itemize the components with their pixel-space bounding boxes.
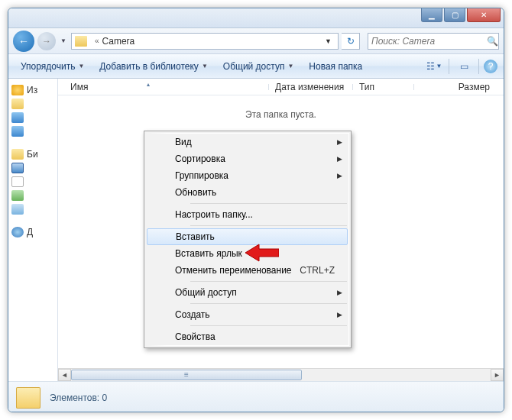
folder-icon [11, 99, 24, 109]
column-headers: Имя▴ Дата изменения Тип Размер [58, 79, 504, 95]
video-icon [11, 163, 24, 173]
desktop-icon [11, 112, 24, 123]
preview-pane-button[interactable]: ▭ [454, 58, 474, 75]
sidebar-item[interactable] [8, 161, 57, 175]
separator [190, 203, 347, 204]
sidebar-item[interactable] [8, 175, 57, 189]
new-folder-button[interactable]: Новая папка [303, 58, 368, 75]
separator [190, 225, 347, 226]
submenu-arrow-icon: ▶ [337, 289, 342, 296]
star-icon [11, 85, 24, 95]
picture-icon [11, 190, 24, 201]
column-size[interactable]: Размер [414, 82, 504, 92]
column-name[interactable]: Имя▴ [64, 82, 269, 92]
chevron-down-icon: ▼ [78, 63, 84, 69]
nav-history-dropdown[interactable]: ▼ [59, 37, 68, 44]
sidebar-item[interactable] [8, 189, 57, 202]
document-icon [11, 176, 24, 187]
address-bar[interactable]: « Camera ▼ [71, 33, 339, 50]
sidebar-item[interactable] [8, 124, 57, 138]
horizontal-scrollbar[interactable]: ◄ ► [58, 368, 504, 381]
scroll-left-button[interactable]: ◄ [58, 369, 71, 381]
sidebar-item[interactable] [8, 202, 57, 216]
separator [190, 303, 347, 304]
ctx-refresh[interactable]: Обновить [146, 184, 348, 201]
ctx-undo-rename[interactable]: Отменить переименованиеCTRL+Z [146, 262, 348, 279]
share-button[interactable]: Общий доступ▼ [217, 58, 300, 75]
sidebar-item[interactable] [8, 111, 57, 124]
status-bar: Элементов: 0 [8, 381, 504, 412]
ctx-new[interactable]: Создать▶ [146, 306, 348, 323]
sidebar-libraries[interactable]: Би [8, 147, 57, 161]
add-to-library-button[interactable]: Добавить в библиотеку▼ [93, 58, 213, 75]
sidebar-favorites[interactable]: Из [8, 83, 57, 97]
ctx-sort[interactable]: Сортировка▶ [146, 150, 348, 167]
column-type[interactable]: Тип [353, 82, 414, 92]
separator [190, 281, 347, 282]
organize-button[interactable]: Упорядочить▼ [15, 58, 90, 75]
submenu-arrow-icon: ▶ [337, 155, 342, 163]
titlebar[interactable]: ▁ ▢ ✕ [8, 8, 504, 28]
recent-icon [11, 126, 24, 137]
context-menu: Вид▶ Сортировка▶ Группировка▶ Обновить Н… [144, 131, 352, 348]
close-button[interactable]: ✕ [467, 8, 501, 22]
refresh-icon: ↻ [347, 36, 355, 47]
refresh-button[interactable]: ↻ [342, 33, 360, 50]
view-mode-button[interactable]: ☷▼ [424, 58, 444, 75]
sidebar-network[interactable]: Д [8, 225, 57, 239]
submenu-arrow-icon: ▶ [337, 311, 342, 318]
sort-arrow-icon: ▴ [147, 81, 150, 88]
view-icon: ☷ [426, 61, 435, 72]
explorer-window: ▁ ▢ ✕ ← → ▼ « Camera ▼ ↻ 🔍 Упорядочить▼ … [8, 8, 504, 412]
ctx-share[interactable]: Общий доступ▶ [146, 284, 348, 301]
separator [190, 325, 347, 326]
chevron-down-icon: ▼ [287, 63, 293, 69]
breadcrumb-current[interactable]: Camera [102, 36, 135, 47]
help-button[interactable]: ? [484, 60, 497, 73]
ctx-paste[interactable]: Вставить [147, 228, 348, 245]
toolbar: Упорядочить▼ Добавить в библиотеку▼ Общи… [8, 54, 504, 79]
arrow-left-icon: ← [18, 35, 29, 47]
folder-icon [75, 36, 87, 47]
search-box[interactable]: 🔍 [368, 33, 499, 50]
window-controls: ▁ ▢ ✕ [421, 8, 501, 22]
chevron-down-icon: ▼ [202, 63, 208, 69]
network-icon [11, 227, 24, 237]
separator [478, 59, 479, 74]
address-dropdown[interactable]: ▼ [320, 37, 336, 45]
status-items-count: Элементов: 0 [50, 393, 107, 403]
library-icon [11, 149, 24, 160]
shortcut-label: CTRL+Z [300, 265, 335, 276]
sidebar-item[interactable] [8, 97, 57, 111]
back-button[interactable]: ← [13, 31, 34, 52]
ctx-group[interactable]: Группировка▶ [146, 167, 348, 184]
music-icon [11, 204, 24, 215]
scroll-track[interactable] [71, 369, 491, 381]
breadcrumb-separator: « [95, 37, 99, 45]
forward-button[interactable]: → [37, 32, 56, 50]
submenu-arrow-icon: ▶ [337, 172, 342, 179]
nav-bar: ← → ▼ « Camera ▼ ↻ 🔍 [8, 28, 504, 54]
arrow-right-icon: → [42, 36, 51, 47]
preview-icon: ▭ [460, 61, 468, 72]
folder-icon [16, 387, 41, 409]
empty-folder-message: Эта папка пуста. [58, 109, 504, 120]
separator [449, 59, 449, 74]
scroll-right-button[interactable]: ► [491, 369, 504, 381]
ctx-view[interactable]: Вид▶ [146, 134, 348, 150]
minimize-button[interactable]: ▁ [421, 8, 442, 22]
scroll-thumb[interactable] [71, 370, 302, 380]
sidebar: Из Би Д [8, 79, 58, 381]
column-date[interactable]: Дата изменения [269, 82, 353, 92]
search-icon: 🔍 [487, 36, 498, 47]
ctx-paste-shortcut[interactable]: Вставить ярлык [146, 245, 348, 262]
maximize-button[interactable]: ▢ [444, 8, 465, 22]
help-icon: ? [488, 61, 494, 72]
search-input[interactable] [371, 36, 487, 47]
ctx-customize-folder[interactable]: Настроить папку... [146, 206, 348, 223]
chevron-down-icon: ▼ [436, 63, 442, 69]
ctx-properties[interactable]: Свойства [146, 328, 348, 345]
submenu-arrow-icon: ▶ [337, 138, 342, 146]
